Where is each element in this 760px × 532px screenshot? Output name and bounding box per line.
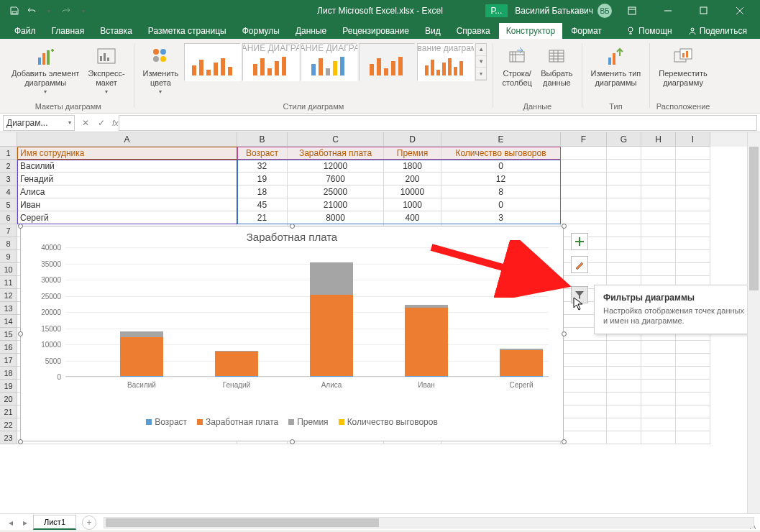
cell[interactable] xyxy=(607,173,641,185)
row-header[interactable]: 19 xyxy=(0,380,17,393)
cell[interactable]: Василий xyxy=(17,160,237,173)
cell[interactable] xyxy=(641,211,676,224)
chart-elements-button[interactable] xyxy=(571,233,588,250)
cell[interactable]: 3 xyxy=(441,211,561,224)
cell[interactable] xyxy=(641,431,676,444)
cell[interactable]: Премия xyxy=(384,147,441,160)
move-chart-button[interactable]: Переместить диаграмму xyxy=(656,43,710,88)
column-header[interactable]: B xyxy=(237,132,288,147)
chart-handle[interactable] xyxy=(290,224,295,229)
cell[interactable] xyxy=(676,237,710,250)
cell[interactable] xyxy=(561,354,607,367)
chart-style-2[interactable]: НАЗВАНИЕ ДИАГРАММЫ xyxy=(242,43,298,81)
ribbon-display-options[interactable] xyxy=(616,0,648,22)
cell[interactable] xyxy=(561,185,607,198)
row-header[interactable]: 1 xyxy=(0,147,17,160)
cell[interactable] xyxy=(641,405,676,418)
row-header[interactable]: 20 xyxy=(0,393,17,405)
cell[interactable]: 200 xyxy=(384,173,441,185)
cell[interactable]: Имя сотрудника xyxy=(17,147,237,160)
horizontal-scrollbar[interactable] xyxy=(104,517,754,528)
cell[interactable] xyxy=(641,263,676,276)
cell[interactable] xyxy=(561,431,607,444)
cell[interactable]: 21000 xyxy=(288,198,384,211)
tab-format[interactable]: Формат xyxy=(564,23,609,39)
cell[interactable] xyxy=(641,185,676,198)
cell[interactable]: 7600 xyxy=(288,173,384,185)
cell[interactable] xyxy=(641,147,676,160)
cell[interactable] xyxy=(607,367,641,380)
row-header[interactable]: 2 xyxy=(0,160,17,173)
cell[interactable] xyxy=(561,198,607,211)
cell[interactable] xyxy=(607,418,641,431)
qat-customize[interactable]: ▾ xyxy=(76,4,91,18)
column-header[interactable]: F xyxy=(561,132,607,147)
redo-icon[interactable] xyxy=(59,4,73,18)
cell[interactable]: 18 xyxy=(237,185,288,198)
tab-design[interactable]: Конструктор xyxy=(499,23,562,39)
row-header[interactable]: 17 xyxy=(0,354,17,367)
chart-handle[interactable] xyxy=(18,439,23,444)
row-header[interactable]: 8 xyxy=(0,237,17,250)
cell[interactable]: 8 xyxy=(441,185,561,198)
quick-layout-button[interactable]: Экспресс- макет▾ xyxy=(85,43,127,96)
chart-handle[interactable] xyxy=(562,331,567,336)
chart-handle[interactable] xyxy=(562,224,567,229)
cell[interactable] xyxy=(561,393,607,405)
cell[interactable] xyxy=(676,173,710,185)
cell[interactable] xyxy=(607,250,641,263)
save-icon[interactable] xyxy=(7,4,22,18)
cell[interactable] xyxy=(607,380,641,393)
cell[interactable]: 32 xyxy=(237,160,288,173)
cell[interactable] xyxy=(676,198,710,211)
cell[interactable]: 0 xyxy=(441,160,561,173)
row-header[interactable]: 12 xyxy=(0,289,17,302)
cell[interactable]: Серегй xyxy=(17,211,237,224)
cell[interactable] xyxy=(641,237,676,250)
minimize-button[interactable] xyxy=(652,0,684,22)
row-header[interactable]: 18 xyxy=(0,367,17,380)
chart-handle[interactable] xyxy=(18,224,23,229)
cell[interactable] xyxy=(676,250,710,263)
chart-handle[interactable] xyxy=(18,331,23,336)
chart-handle[interactable] xyxy=(290,439,295,444)
fx-icon[interactable]: fx xyxy=(112,119,119,127)
cell[interactable] xyxy=(607,224,641,237)
cell[interactable] xyxy=(676,367,710,380)
cell[interactable] xyxy=(561,341,607,354)
cell[interactable] xyxy=(607,431,641,444)
cell[interactable] xyxy=(607,237,641,250)
cell[interactable] xyxy=(561,367,607,380)
cell[interactable] xyxy=(676,405,710,418)
row-header[interactable]: 14 xyxy=(0,315,17,328)
cell[interactable]: 1800 xyxy=(384,160,441,173)
cell[interactable]: 45 xyxy=(237,198,288,211)
cell[interactable]: Иван xyxy=(17,198,237,211)
chart-style-3[interactable]: НАЗВАНИЕ ДИАГРАММЫ xyxy=(301,43,357,81)
cell[interactable] xyxy=(641,380,676,393)
chart-styles-gallery[interactable]: НАЗВАНИЕ ДИАГРАММЫ НАЗВАНИЕ ДИАГРАММЫ На… xyxy=(184,43,487,81)
row-header[interactable]: 4 xyxy=(0,185,17,198)
cell[interactable] xyxy=(641,160,676,173)
tab-insert[interactable]: Вставка xyxy=(93,23,139,39)
chart-object[interactable]: Заработная плата 05000100001500020000250… xyxy=(20,226,564,441)
cell[interactable] xyxy=(641,250,676,263)
chart-style-1[interactable] xyxy=(184,43,240,81)
vertical-scrollbar[interactable] xyxy=(747,132,760,513)
enter-formula-icon[interactable]: ✓ xyxy=(93,115,109,131)
row-header[interactable]: 11 xyxy=(0,276,17,289)
chart-styles-button[interactable] xyxy=(571,256,588,273)
cell[interactable] xyxy=(641,341,676,354)
sheet-tab-1[interactable]: Лист1 xyxy=(33,515,76,530)
undo-dropdown[interactable]: ▾ xyxy=(42,4,56,18)
cell[interactable]: 1000 xyxy=(384,198,441,211)
row-header[interactable]: 22 xyxy=(0,418,17,431)
select-data-button[interactable]: Выбрать данные xyxy=(538,43,575,88)
cell[interactable] xyxy=(641,418,676,431)
cell[interactable] xyxy=(641,198,676,211)
cell[interactable] xyxy=(607,211,641,224)
tab-pagelayout[interactable]: Разметка страницы xyxy=(141,23,234,39)
cell[interactable] xyxy=(607,341,641,354)
close-button[interactable] xyxy=(724,0,756,22)
avatar[interactable]: ВБ xyxy=(598,4,612,18)
